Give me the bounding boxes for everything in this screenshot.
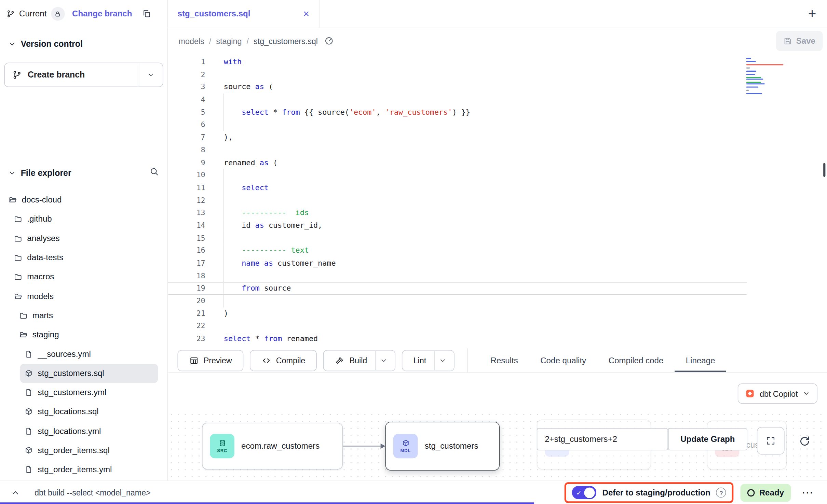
breadcrumb-segment[interactable]: stg_customers.sql xyxy=(254,37,318,45)
breadcrumb-segment[interactable]: models xyxy=(179,37,204,45)
version-control-header[interactable]: Version control xyxy=(0,36,167,52)
code-line[interactable]: 6 xyxy=(168,119,747,131)
file-name: docs-cloud xyxy=(22,195,62,205)
code-line[interactable]: 10 xyxy=(168,169,747,182)
refresh-button[interactable] xyxy=(792,429,817,454)
dbt-copilot-button[interactable]: dbt Copilot xyxy=(738,383,817,404)
file-tree-item[interactable]: docs-cloud xyxy=(4,190,158,209)
code-line[interactable]: 17 name as customer_name xyxy=(168,257,747,270)
tab-code-quality[interactable]: Code quality xyxy=(529,348,597,372)
ready-label: Ready xyxy=(759,488,784,498)
editor-action-bar: Preview Compile Build L xyxy=(168,348,827,373)
lineage-canvas[interactable]: MDL customers SEM cus SRC ec xyxy=(168,411,827,482)
file-name: stg_order_items.yml xyxy=(38,465,112,474)
model-icon xyxy=(25,369,33,378)
chevron-down-icon xyxy=(380,356,388,364)
file-tree-item[interactable]: stg_order_items.yml xyxy=(20,460,158,479)
code-line[interactable]: 9renamed as ( xyxy=(168,156,747,169)
save-button[interactable]: Save xyxy=(776,31,823,51)
main-panel: stg_customers.sql × + models/staging/stg… xyxy=(168,0,827,481)
file-tree-item[interactable]: stg_order_items.sql xyxy=(20,441,158,460)
more-options-button[interactable]: ⋯ xyxy=(798,486,816,499)
lineage-node-source[interactable]: SRC ecom.raw_customers xyxy=(202,423,343,470)
file-tree-item[interactable]: .github xyxy=(10,209,158,228)
lineage-edge xyxy=(343,443,387,450)
editor-tab-active[interactable]: stg_customers.sql × xyxy=(168,0,319,28)
code-line[interactable]: 4 xyxy=(168,94,747,106)
code-line[interactable]: 11 select xyxy=(168,182,747,194)
code-line[interactable]: 15 xyxy=(168,232,747,244)
file-tree-item[interactable]: stg_customers.sql xyxy=(20,364,158,383)
code-line[interactable]: 13 ---------- ids xyxy=(168,207,747,219)
code-line[interactable]: 21) xyxy=(168,307,747,320)
file-tree-item[interactable]: __sources.yml xyxy=(20,344,158,363)
new-tab-button[interactable]: + xyxy=(803,4,822,23)
code-line[interactable]: 3source as ( xyxy=(168,81,747,94)
file-explorer-header[interactable]: File explorer xyxy=(0,165,167,182)
lineage-selector-input[interactable] xyxy=(537,428,668,450)
editor-scrollbar[interactable] xyxy=(823,163,825,177)
update-graph-button[interactable]: Update Graph xyxy=(668,428,747,450)
file-tree-item[interactable]: marts xyxy=(15,306,158,325)
create-branch-label: Create branch xyxy=(28,70,85,80)
lint-dropdown[interactable] xyxy=(434,351,451,370)
file-tree-item[interactable]: stg_customers.yml xyxy=(20,383,158,402)
code-line[interactable]: 12 xyxy=(168,194,747,207)
model-timing-icon[interactable] xyxy=(324,36,334,46)
minimap[interactable] xyxy=(746,58,789,95)
current-branch-pill[interactable]: Current xyxy=(6,7,65,20)
copy-icon[interactable] xyxy=(142,9,151,18)
command-preview[interactable]: dbt build --select <model_name> xyxy=(35,488,151,497)
code-line[interactable]: 7), xyxy=(168,131,747,144)
line-number: 22 xyxy=(168,320,205,333)
ready-ring-icon xyxy=(747,489,755,496)
defer-toggle[interactable]: ✓ xyxy=(572,486,597,499)
breadcrumb-segment[interactable]: staging xyxy=(216,37,242,45)
expand-command-icon[interactable] xyxy=(11,488,20,498)
code-line[interactable]: 14 id as customer_id, xyxy=(168,219,747,232)
search-icon[interactable] xyxy=(149,167,159,176)
code-line[interactable]: 2 xyxy=(168,68,747,81)
file-tree-item[interactable]: stg_locations.sql xyxy=(20,402,158,421)
copilot-label: dbt Copilot xyxy=(760,389,798,398)
chevron-down-icon xyxy=(147,71,155,79)
line-number: 23 xyxy=(168,333,205,345)
file-tree-item[interactable]: staging xyxy=(15,325,158,344)
lineage-node-model[interactable]: MDL stg_customers xyxy=(385,422,500,471)
fullscreen-button[interactable] xyxy=(757,427,785,454)
file-tree-item[interactable]: macros xyxy=(10,267,158,286)
preview-button[interactable]: Preview xyxy=(177,350,243,371)
file-tree-item[interactable]: analyses xyxy=(10,229,158,248)
create-branch-dropdown[interactable] xyxy=(139,63,163,86)
change-branch-link[interactable]: Change branch xyxy=(72,9,132,18)
code-editor[interactable]: 1with23source as (45 select * from {{ so… xyxy=(168,54,827,348)
indent-guide xyxy=(223,232,224,244)
code-line[interactable]: 22 xyxy=(168,320,747,333)
code-line[interactable]: 5 select * from {{ source('ecom', 'raw_c… xyxy=(168,106,747,119)
tab-compiled-code[interactable]: Compiled code xyxy=(597,348,675,372)
compile-button[interactable]: Compile xyxy=(250,350,317,371)
close-tab-icon[interactable]: × xyxy=(303,9,309,19)
file-tree-item[interactable]: data-tests xyxy=(10,248,158,267)
code-line[interactable]: 18 xyxy=(168,270,747,282)
help-icon[interactable]: ? xyxy=(716,488,727,498)
chevron-down-icon xyxy=(9,169,16,177)
lint-button[interactable]: Lint xyxy=(402,350,454,371)
tab-lineage[interactable]: Lineage xyxy=(675,348,726,372)
build-button[interactable]: Build xyxy=(323,350,395,371)
file-name: .github xyxy=(27,214,52,224)
folder-icon xyxy=(14,215,22,223)
build-dropdown[interactable] xyxy=(375,351,392,370)
file-tree-item[interactable]: stg_locations.yml xyxy=(20,421,158,440)
code-line[interactable]: 23select * from renamed xyxy=(168,333,747,345)
file-name: marts xyxy=(32,311,53,320)
code-line[interactable]: 20 xyxy=(168,295,747,307)
code-line[interactable]: 8 xyxy=(168,144,747,156)
indent-guide xyxy=(223,169,224,182)
code-line[interactable]: 1with xyxy=(168,56,747,68)
file-tree-item[interactable]: models xyxy=(10,286,158,306)
code-line[interactable]: 16 ---------- text xyxy=(168,244,747,257)
code-line[interactable]: 19 from source xyxy=(168,282,747,295)
create-branch-button[interactable]: Create branch xyxy=(4,63,163,87)
tab-results[interactable]: Results xyxy=(479,348,529,372)
